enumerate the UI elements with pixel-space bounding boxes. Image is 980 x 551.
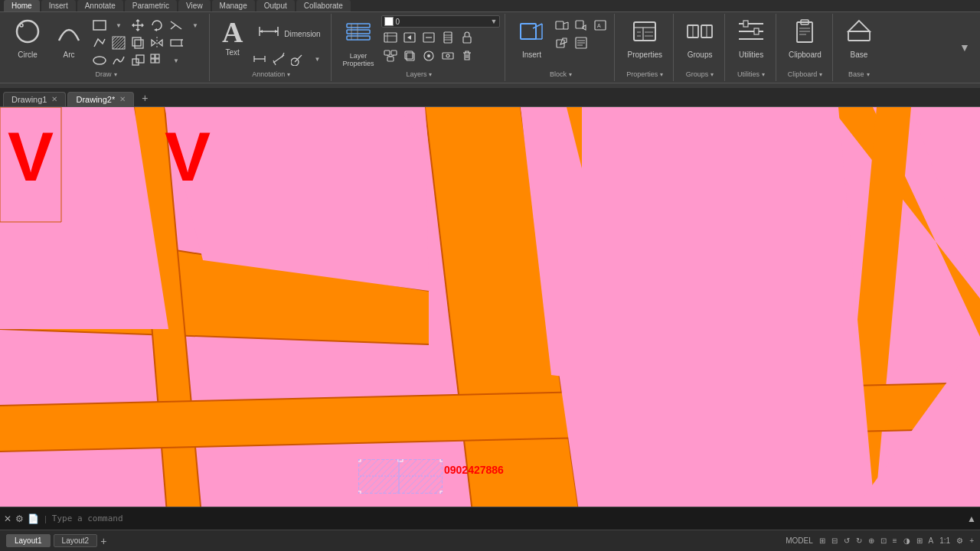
svg-rect-41 <box>347 24 370 28</box>
maximize-button[interactable]: + <box>969 536 974 545</box>
drawing-tab-2-close[interactable]: ✕ <box>119 95 126 103</box>
new-drawing-tab-button[interactable]: + <box>136 90 154 106</box>
layers-group-label[interactable]: Layers ▾ <box>406 70 432 80</box>
mirror-button[interactable] <box>148 34 166 51</box>
svg-rect-22 <box>132 59 139 65</box>
arc-button[interactable]: Arc <box>49 15 89 61</box>
polar-button[interactable]: ⊕ <box>868 536 874 545</box>
groups-button[interactable]: Groups <box>680 15 720 61</box>
zoom-scale[interactable]: 1:1 <box>939 536 950 545</box>
trim-button[interactable] <box>167 17 185 34</box>
circle-button[interactable]: Circle <box>8 15 47 61</box>
base-group-label: Base ▾ <box>848 70 870 80</box>
rectangle-button[interactable] <box>90 17 109 34</box>
osnap-button[interactable]: ⊡ <box>880 536 887 545</box>
clipboard-button[interactable]: Clipboard <box>782 15 828 61</box>
trim-dropdown[interactable]: ▼ <box>186 17 204 34</box>
layer-unisolate-button[interactable] <box>439 47 457 64</box>
copy-button[interactable] <box>129 34 147 51</box>
annotation-group-label[interactable]: Annotation ▾ <box>252 70 290 80</box>
layer-match-button[interactable] <box>420 29 438 46</box>
drawing-tab-2[interactable]: Drawing2* ✕ <box>67 92 134 106</box>
edit-block-button[interactable] <box>553 34 571 51</box>
hatch-button[interactable] <box>109 34 128 51</box>
properties-group-label: Properties ▾ <box>626 70 663 80</box>
hatch-block[interactable] <box>358 459 443 494</box>
ribbon: Home Insert Annotate Parametric View Man… <box>0 0 980 88</box>
layer-freeze-button[interactable] <box>439 29 457 46</box>
rectangle-dropdown[interactable]: ▼ <box>109 17 128 34</box>
svg-point-67 <box>446 54 449 57</box>
base-button[interactable]: Base <box>839 15 879 61</box>
draw-group-label[interactable]: Draw ▾ <box>95 70 116 80</box>
command-settings-icon[interactable]: ⚙ <box>15 514 24 524</box>
layers-group: Layer Properties 0 ▼ <box>333 14 505 81</box>
text-button[interactable]: A Text <box>216 15 249 59</box>
dim-more-button[interactable]: ▼ <box>308 51 326 67</box>
layer-dropdown-arrow[interactable]: ▼ <box>491 18 498 25</box>
utilities-button[interactable]: Utilities <box>731 15 771 61</box>
groups-tools: Groups <box>680 15 720 70</box>
layer-isolate-button[interactable] <box>420 47 438 64</box>
command-close-icon[interactable]: ✕ <box>4 514 11 524</box>
tab-home[interactable]: Home <box>4 0 40 11</box>
annotate-scale-button[interactable]: A <box>929 536 934 545</box>
layer-lock-button[interactable] <box>458 29 476 46</box>
drawing-tab-1[interactable]: Drawing1 ✕ <box>3 92 66 106</box>
attr-extract-button[interactable] <box>572 34 590 51</box>
layer-copy-button[interactable] <box>400 47 419 64</box>
polyline-button[interactable] <box>90 34 109 51</box>
workspace-settings[interactable]: ⚙ <box>956 536 963 545</box>
make-object-layer-button[interactable] <box>381 29 400 46</box>
tab-output[interactable]: Output <box>256 0 295 11</box>
layer-delete-button[interactable] <box>458 47 476 64</box>
layer-prev-button[interactable] <box>400 29 419 46</box>
spline-button[interactable] <box>109 52 128 69</box>
grid-lines-button[interactable]: ⊟ <box>831 536 838 545</box>
tab-parametric[interactable]: Parametric <box>125 0 177 11</box>
block-group-label[interactable]: Block ▾ <box>550 70 572 80</box>
properties-button[interactable]: Properties <box>621 15 668 61</box>
command-input[interactable] <box>52 514 963 523</box>
tab-view[interactable]: View <box>178 0 211 11</box>
tab-manage[interactable]: Manage <box>212 0 255 11</box>
layout-tab-2[interactable]: Layout2 <box>54 534 98 547</box>
dim-radius-button[interactable] <box>289 51 307 67</box>
clipboard-label: Clipboard <box>789 51 822 59</box>
dim-linear-button[interactable] <box>250 51 269 67</box>
dim-aligned-button[interactable] <box>270 51 288 67</box>
selection-button[interactable]: ⊞ <box>916 536 923 545</box>
layer-merge-button[interactable] <box>381 47 400 64</box>
tab-collaborate[interactable]: Collaborate <box>296 0 351 11</box>
ortho-button[interactable]: ↻ <box>856 536 862 545</box>
drawing-tab-1-close[interactable]: ✕ <box>51 95 57 103</box>
add-layout-button[interactable]: + <box>100 535 106 547</box>
ellipse-button[interactable] <box>90 52 109 69</box>
svg-rect-58 <box>391 51 397 55</box>
write-block-button[interactable] <box>572 17 590 34</box>
ribbon-minimize-button[interactable]: ▼ <box>956 39 974 56</box>
array-dropdown[interactable]: ▼ <box>167 52 185 69</box>
create-block-button[interactable] <box>553 17 571 34</box>
command-doc-icon[interactable]: 📄 <box>28 514 39 524</box>
command-scroll-icon[interactable]: ▲ <box>967 514 976 524</box>
stretch-button[interactable] <box>167 34 185 51</box>
tab-insert[interactable]: Insert <box>41 0 76 11</box>
cad-canvas-area[interactable]: [frame] <box>0 107 980 507</box>
lineweight-button[interactable]: ≡ <box>893 536 897 545</box>
transparency-button[interactable]: ◑ <box>903 536 910 545</box>
grid-dots-button[interactable]: ⊞ <box>819 536 825 545</box>
scale-button[interactable] <box>129 52 147 69</box>
move-button[interactable] <box>129 17 147 34</box>
insert-button[interactable]: Insert <box>511 15 551 61</box>
define-attr-button[interactable]: A <box>591 17 609 34</box>
layer-color-swatch <box>384 17 394 26</box>
model-status[interactable]: MODEL <box>786 536 813 545</box>
rotate-button[interactable] <box>148 17 166 34</box>
layer-properties-button[interactable]: Layer Properties <box>338 15 378 70</box>
dimension-button[interactable]: Dimension <box>250 17 326 50</box>
layout-tab-1[interactable]: Layout1 <box>6 534 51 547</box>
tab-annotate[interactable]: Annotate <box>77 0 123 11</box>
array-button[interactable] <box>148 52 166 69</box>
snap-button[interactable]: ↺ <box>844 536 850 545</box>
